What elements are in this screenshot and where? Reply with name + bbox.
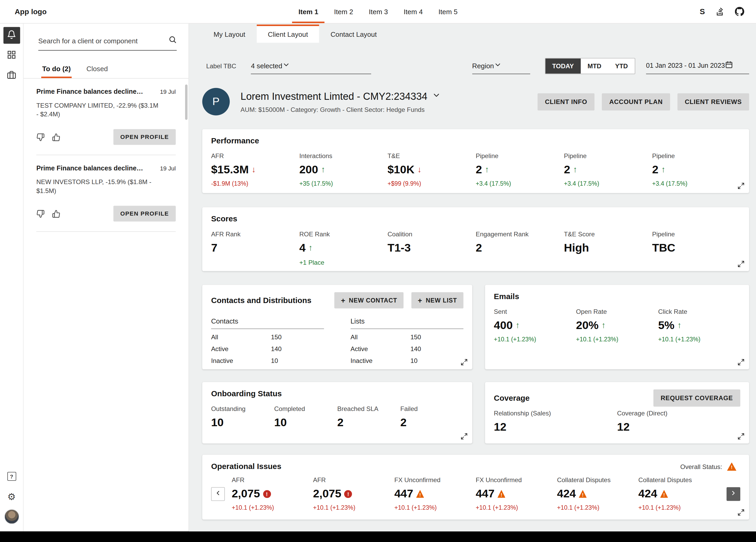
trend-arrow-icon: ↑ [321,165,325,174]
nav-item-5[interactable]: Item 5 [432,0,464,23]
bell-icon [7,30,16,41]
metric-delta: +35 (17.5%) [299,180,387,187]
metric-value: T1-3 [387,241,476,254]
metric-engagement-rank: Engagement Rank 2 [476,230,564,266]
status-badge-icon [263,490,271,498]
portfolio-rail-button[interactable] [3,67,20,84]
label-multiselect[interactable]: 4 selected [251,57,371,74]
metric-value: 12 [617,420,740,434]
sidebar-scrollbar[interactable] [185,85,187,120]
top-icon-group: S [700,7,744,16]
open-profile-button[interactable]: OPEN PROFILE [113,129,176,145]
metric-value: 2 [400,416,463,429]
app-root: App logo Item 1 Item 2 Item 3 Item 4 Ite… [0,0,756,542]
column-header: Contacts [211,317,324,329]
nav-item-2[interactable]: Item 2 [328,0,359,23]
new-list-button[interactable]: +NEW LIST [411,292,463,309]
table-row: All150 [211,334,324,341]
metric-label: FX Unconfirmed [394,476,476,484]
nav-item-1[interactable]: Item 1 [292,0,325,23]
carousel-prev-button[interactable] [211,487,225,501]
coverage-title: Coverage [494,394,529,403]
expand-icon[interactable] [460,359,468,366]
metric-value: $15.3M↓ [211,163,299,176]
operational-title: Operational Issues [211,462,281,471]
chevron-right-icon [730,490,737,498]
thumbs-down-icon[interactable] [36,209,45,218]
expand-icon[interactable] [737,509,745,516]
operational-carousel: AFR 2,075 +10.1 (+1.23%) AFR 2,075 +10.1… [211,476,740,511]
carousel-next-button[interactable] [727,487,740,501]
plus-icon: + [418,297,422,304]
metric-label: Coalition [387,230,476,238]
metric-breached-sla: Breached SLA 2 [337,405,400,429]
metric-te-score: T&E Score High [564,230,652,266]
client-info-button[interactable]: CLIENT INFO [538,93,595,110]
thumbs-up-icon[interactable] [52,209,60,218]
period-ytd[interactable]: YTD [608,58,635,73]
grid-icon [7,50,16,61]
region-select[interactable]: Region [472,57,530,74]
column-header: Lists [350,317,463,329]
metric-label: Pipeline [652,152,740,160]
client-subtitle: AUM: $15000M - Category: Growth - Client… [240,106,440,113]
metric-label: Pipeline [564,152,652,160]
tab-my-layout[interactable]: My Layout [202,25,256,43]
metric-fx-unconfirmed-1: FX Unconfirmed 447 +10.1 (+1.23%) [394,476,476,511]
new-contact-button[interactable]: +NEW CONTACT [334,292,403,309]
tab-contact-layout[interactable]: Contact Layout [319,25,388,43]
tab-todo[interactable]: To do (2) [41,60,72,78]
status-badge-icon [416,490,424,498]
expand-icon[interactable] [737,260,745,267]
s-logo-icon[interactable]: S [700,7,705,16]
thumbs-down-icon[interactable] [36,133,45,141]
nav-item-4[interactable]: Item 4 [397,0,429,23]
open-profile-button[interactable]: OPEN PROFILE [113,206,176,221]
expand-icon[interactable] [737,433,745,440]
chevron-down-icon[interactable] [432,90,441,102]
settings-rail-button[interactable]: ⚙ [3,488,20,505]
metric-label: Sent [494,308,576,316]
metric-delta: +10.1 (+1.23%) [476,504,557,511]
metric-value: 10 [211,416,274,429]
tab-closed[interactable]: Closed [86,60,109,78]
metric-value: 2↑ [476,163,564,176]
thumbs-up-icon[interactable] [52,133,60,141]
notifications-rail-button[interactable] [3,27,20,44]
metric-coalition: Coalition T1-3 [387,230,476,266]
period-today[interactable]: TODAY [545,58,581,73]
contacts-column: Contacts All150 Active140 Inactive10 [211,317,324,365]
metric-pipeline-score: Pipeline TBC [652,230,740,266]
metric-sent: Sent 400↑ +10.1 (+1.23%) [494,308,576,343]
expand-icon[interactable] [460,433,468,440]
metric-click-rate: Click Rate 5%↑ +10.1 (+1.23%) [658,308,740,343]
help-rail-button[interactable]: ? [3,468,20,485]
request-coverage-button[interactable]: REQUEST COVERAGE [653,390,741,407]
trend-arrow-icon: ↑ [573,165,577,174]
client-name: Lorem Investment Limted - CMY2:234334 [240,90,427,102]
user-avatar-button[interactable] [3,508,20,525]
todo-date: 19 Jul [160,165,176,172]
expand-icon[interactable] [737,359,745,366]
period-mtd[interactable]: MTD [581,58,608,73]
coverage-card: Coverage REQUEST COVERAGE Relationship (… [485,382,749,444]
multiselect-value: 4 selected [251,62,282,70]
nav-item-3[interactable]: Item 3 [363,0,394,23]
metric-delta: +10.1 (+1.23%) [557,504,638,511]
github-icon[interactable] [735,7,744,16]
onboarding-card: Onboarding Status Outstanding 10 Complet… [202,382,472,444]
apps-rail-button[interactable] [3,47,20,64]
trend-arrow-icon: ↑ [602,321,606,330]
trend-arrow-icon: ↑ [308,243,313,252]
bottom-bar [0,531,756,542]
expand-icon[interactable] [737,182,745,189]
todo-title: Prime Finance balances declined... [36,165,143,172]
date-range-picker[interactable]: 01 Jan 2023 - 01 Jun 2023 [646,57,749,74]
stackoverflow-icon[interactable] [715,7,725,16]
search-input[interactable] [38,36,169,44]
tab-client-layout[interactable]: Client Layout [256,25,319,43]
client-reviews-button[interactable]: CLIENT REVIEWS [678,93,749,110]
metric-value: 2↑ [652,163,740,176]
account-plan-button[interactable]: ACCOUNT PLAN [602,93,670,110]
search-icon[interactable] [168,35,177,46]
